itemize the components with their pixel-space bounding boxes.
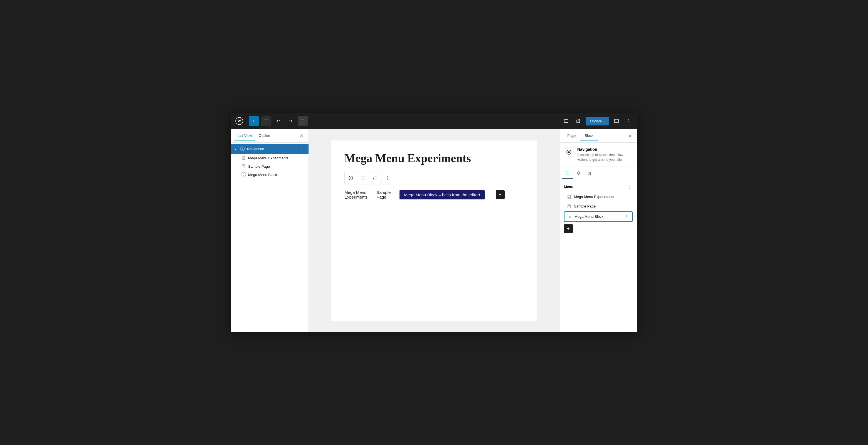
- list-item[interactable]: ☺ Mega Menu Block: [231, 170, 309, 179]
- nav-icon-button[interactable]: [345, 172, 357, 184]
- menu-item-mega-menu-block-label: Mega Menu Block: [575, 215, 624, 219]
- more-options-button[interactable]: ⋮: [624, 116, 634, 126]
- update-button[interactable]: Update...: [586, 117, 609, 125]
- navigation-item-label: Navigation: [247, 147, 299, 151]
- navigation-icon: ⊙: [240, 146, 245, 151]
- page-title: Mega Menu Experiments: [344, 152, 524, 165]
- nav-add-button[interactable]: +: [496, 190, 505, 199]
- nav-menu-item-sample-page[interactable]: SamplePage: [376, 190, 391, 199]
- page-icon: [241, 164, 246, 169]
- chevron-down-icon: ∨: [234, 147, 239, 151]
- menu-section-title: Menu: [564, 185, 626, 189]
- tab-list-view[interactable]: List View: [234, 131, 255, 140]
- nav-block-toolbar: ⋮: [344, 171, 394, 184]
- svg-rect-4: [301, 122, 304, 122]
- tab-page[interactable]: Page: [563, 131, 580, 140]
- svg-text:W: W: [237, 119, 241, 123]
- sample-page-label: Sample Page: [248, 164, 305, 168]
- tools-button[interactable]: [261, 116, 271, 126]
- editor-body: List View Outline ✕ ∨ ⊙ Navigation ⋮: [231, 129, 637, 332]
- list-item[interactable]: Mega Menu Experiments: [231, 154, 309, 162]
- svg-rect-2: [301, 120, 304, 120]
- toolbar: W + ↩ ↪: [231, 113, 637, 129]
- nav-menu-item-mega-menu-experiments[interactable]: Mega MenuExperiments: [344, 190, 368, 199]
- menu-list-item[interactable]: Mega Menu Experiments: [564, 192, 633, 201]
- block-info-text: Navigation A collection of blocks that a…: [577, 147, 633, 162]
- redo-button[interactable]: ↪: [285, 116, 296, 126]
- right-sidebar: Page Block ✕ Navigation A collection of …: [559, 129, 637, 332]
- list-item[interactable]: Sample Page: [231, 162, 309, 170]
- svg-rect-6: [615, 119, 618, 123]
- tab-style-icon[interactable]: ◑: [584, 168, 595, 179]
- svg-rect-5: [564, 120, 568, 122]
- nav-menu-item-mega-menu-block[interactable]: Mega Menu Block – hello from the editor!: [400, 190, 484, 199]
- preview-button[interactable]: [561, 116, 571, 126]
- left-sidebar: List View Outline ✕ ∨ ⊙ Navigation ⋮: [231, 129, 309, 332]
- block-name: Navigation: [577, 147, 633, 152]
- menu-item-mega-menu-experiments-label: Mega Menu Experiments: [574, 195, 630, 199]
- block-icon: [564, 147, 574, 157]
- page-icon: [567, 194, 572, 199]
- menu-list-item[interactable]: ☺ Mega Menu Block ⋮: [564, 211, 633, 222]
- add-block-button[interactable]: +: [249, 116, 259, 126]
- more-nav-options-button[interactable]: ⋮: [381, 172, 394, 184]
- menu-add-button[interactable]: +: [564, 224, 573, 233]
- menu-section: Menu ⋮ Mega Menu Experiments: [559, 180, 637, 236]
- sidebar-tabs: List View Outline ✕: [231, 129, 309, 143]
- undo-button[interactable]: ↩: [273, 116, 283, 126]
- sidebar-close-button[interactable]: ✕: [298, 132, 305, 140]
- list-view-button[interactable]: [298, 116, 308, 126]
- align-left-button[interactable]: [357, 172, 369, 184]
- tab-block[interactable]: Block: [580, 131, 598, 140]
- menu-section-header: Menu ⋮: [564, 184, 633, 190]
- tab-settings-icon[interactable]: ⚙: [573, 168, 584, 179]
- mega-menu-block-label: Mega Menu Block: [248, 173, 305, 177]
- page-icon: [241, 156, 246, 160]
- svg-point-12: [568, 151, 570, 153]
- menu-item-more-icon[interactable]: ⋮: [624, 214, 629, 219]
- block-description: A collection of blocks that allow visito…: [577, 153, 633, 162]
- canvas-content: Mega Menu Experiments: [331, 140, 537, 321]
- right-sidebar-tabs: Page Block ✕: [559, 129, 637, 143]
- toolbar-right: Update... ⋮: [561, 116, 634, 126]
- external-link-button[interactable]: [574, 116, 583, 126]
- menu-list-item[interactable]: Sample Page: [564, 202, 633, 211]
- editor-window: W + ↩ ↪: [231, 113, 637, 332]
- canvas-area: Mega Menu Experiments: [309, 129, 559, 332]
- menu-item-sample-page-label: Sample Page: [574, 204, 630, 208]
- page-icon: [567, 204, 572, 209]
- smile-icon: ☺: [241, 172, 246, 177]
- smile-icon: ☺: [567, 214, 572, 219]
- list-item-more-icon[interactable]: ⋮: [299, 146, 305, 152]
- right-sidebar-close-button[interactable]: ✕: [626, 132, 634, 140]
- tab-outline[interactable]: Outline: [255, 131, 274, 140]
- nav-menu: Mega MenuExperiments SamplePage Mega Men…: [344, 190, 524, 199]
- mega-menu-experiments-label: Mega Menu Experiments: [248, 156, 305, 160]
- align-justify-button[interactable]: [369, 172, 381, 184]
- wp-logo[interactable]: W: [234, 116, 244, 126]
- svg-point-10: [350, 178, 351, 179]
- list-item[interactable]: ∨ ⊙ Navigation ⋮: [231, 144, 309, 154]
- block-settings-tabs: ⚙ ◑: [559, 167, 637, 180]
- svg-rect-3: [301, 121, 304, 121]
- menu-section-more-button[interactable]: ⋮: [626, 184, 633, 190]
- menu-items-list: Mega Menu Experiments Sample Page: [564, 192, 633, 222]
- list-view: ∨ ⊙ Navigation ⋮ Mega Menu Expe: [231, 143, 309, 332]
- sidebar-toggle-button[interactable]: [612, 116, 621, 126]
- block-info: Navigation A collection of blocks that a…: [559, 143, 637, 167]
- tab-layout-icon[interactable]: [562, 168, 573, 179]
